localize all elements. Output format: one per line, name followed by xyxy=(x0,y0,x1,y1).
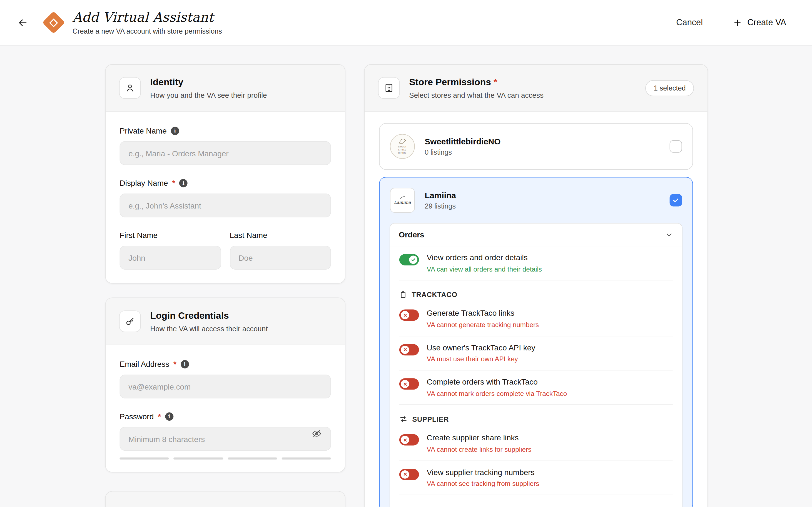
permission-label: View orders and order details xyxy=(427,253,542,263)
credentials-card: Login Credentials How the VA will access… xyxy=(105,298,345,472)
info-icon[interactable] xyxy=(171,127,179,135)
orders-section-title: Orders xyxy=(399,230,424,239)
required-asterisk: * xyxy=(494,77,497,87)
section-label: SUPPLIER xyxy=(412,415,449,423)
create-va-label: Create VA xyxy=(747,17,786,27)
email-field-group: Email Address * xyxy=(119,359,331,398)
permissions-card-header: Store Permissions * Select stores and wh… xyxy=(365,65,708,112)
display-name-input[interactable] xyxy=(119,193,331,217)
password-label: Password xyxy=(119,412,154,420)
private-name-field-group: Private Name xyxy=(119,126,331,165)
required-asterisk: * xyxy=(173,359,176,369)
first-name-label: First Name xyxy=(119,231,158,240)
section-header-supplier: SUPPLIER xyxy=(399,405,673,427)
permission-label: Generate TrackTaco links xyxy=(427,308,539,318)
permission-label: Use owner's TrackTaco API key xyxy=(427,343,536,353)
private-name-input[interactable] xyxy=(119,141,331,165)
permission-row-share-links: Create supplier share links VA cannot cr… xyxy=(399,427,673,460)
first-name-field-group: First Name xyxy=(119,231,221,270)
store-row-lamiina[interactable]: Lamiina Lamiina 29 listings xyxy=(379,177,693,507)
identity-subtitle: How you and the VA see their profile xyxy=(150,91,267,99)
toggle-off[interactable] xyxy=(399,434,419,446)
permission-description: VA must use their own API key xyxy=(427,355,536,363)
required-asterisk: * xyxy=(158,412,161,420)
store-name: SweetlittlebirdieNO xyxy=(424,137,501,146)
chevron-down-icon[interactable] xyxy=(665,230,673,239)
x-icon xyxy=(403,472,407,477)
store-logo-text: SWEET LITTLE BIRDIE xyxy=(395,146,410,155)
create-va-button[interactable]: Create VA xyxy=(730,17,789,28)
first-name-input[interactable] xyxy=(119,246,221,270)
permission-row-view-orders: View orders and order details VA can vie… xyxy=(399,246,673,280)
required-asterisk: * xyxy=(172,178,175,187)
identity-card: Identity How you and the VA see their pr… xyxy=(105,64,345,283)
permission-label: Create supplier share links xyxy=(427,434,531,443)
app-logo xyxy=(40,9,66,35)
permission-row-api-key: Use owner's TrackTaco API key VA must us… xyxy=(399,336,673,370)
toggle-off[interactable] xyxy=(399,309,419,321)
store-list: SWEET LITTLE BIRDIE SweetlittlebirdieNO … xyxy=(365,112,708,507)
permission-description: VA cannot generate tracking numbers xyxy=(427,321,539,329)
store-checkbox-checked[interactable] xyxy=(670,194,682,207)
permission-row-complete-orders: Complete orders with TrackTaco VA cannot… xyxy=(399,371,673,404)
x-icon xyxy=(403,438,407,442)
permission-description: VA cannot create links for suppliers xyxy=(427,446,531,454)
store-name: Lamiina xyxy=(424,191,456,200)
private-name-label: Private Name xyxy=(119,126,166,135)
identity-title: Identity xyxy=(150,77,267,88)
display-name-field-group: Display Name * xyxy=(119,178,331,217)
info-icon[interactable] xyxy=(165,412,173,420)
info-icon[interactable] xyxy=(179,179,188,187)
bird-icon xyxy=(398,138,407,145)
toggle-off[interactable] xyxy=(399,344,419,355)
main-content: Identity How you and the VA see their pr… xyxy=(0,46,812,507)
x-icon xyxy=(403,347,407,352)
page-subtitle: Create a new VA account with store permi… xyxy=(72,27,222,35)
toggle-off[interactable] xyxy=(399,378,419,390)
eye-off-icon xyxy=(312,429,321,438)
header-titles: Add Virtual Assistant Create a new VA ac… xyxy=(72,10,222,35)
credentials-card-header: Login Credentials How the VA will access… xyxy=(106,298,345,345)
permission-row-generate-links: Generate TrackTaco links VA cannot gener… xyxy=(399,302,673,336)
store-logo-sweetlittlebirdie: SWEET LITTLE BIRDIE xyxy=(390,134,415,159)
email-input[interactable] xyxy=(119,375,331,398)
toggle-password-visibility-button[interactable] xyxy=(310,427,323,441)
password-strength-segment xyxy=(282,457,331,459)
page-title: Add Virtual Assistant xyxy=(72,10,222,25)
diamond-logo-icon xyxy=(42,11,65,34)
transfer-arrows-icon xyxy=(399,415,408,424)
permissions-subtitle: Select stores and what the VA can access xyxy=(409,91,544,99)
credentials-card-body: Email Address * Password * xyxy=(106,345,345,472)
store-logo-text: Lamiina xyxy=(394,200,411,205)
toggle-off[interactable] xyxy=(399,469,419,480)
x-icon xyxy=(403,382,407,386)
store-permissions-card: Store Permissions * Select stores and wh… xyxy=(364,64,708,507)
store-row-sweetlittlebirdie[interactable]: SWEET LITTLE BIRDIE SweetlittlebirdieNO … xyxy=(379,123,693,170)
page: Add Virtual Assistant Create a new VA ac… xyxy=(0,0,812,507)
cancel-button[interactable]: Cancel xyxy=(673,17,706,28)
permissions-title: Store Permissions xyxy=(409,77,491,87)
credentials-subtitle: How the VA will access their account xyxy=(150,324,268,333)
store-logo-lamiina: Lamiina xyxy=(390,188,415,212)
password-input[interactable] xyxy=(119,427,331,451)
toggle-on[interactable] xyxy=(399,254,419,266)
selected-count-badge: 1 selected xyxy=(646,80,694,96)
identity-card-header: Identity How you and the VA see their pr… xyxy=(106,65,345,112)
store-listings-count: 29 listings xyxy=(424,202,456,210)
password-strength-meter xyxy=(119,457,331,459)
email-label: Email Address xyxy=(119,359,169,369)
arrow-left-icon xyxy=(17,17,28,28)
check-icon xyxy=(411,257,416,262)
password-strength-segment xyxy=(119,457,169,459)
last-name-label: Last Name xyxy=(230,231,267,240)
last-name-input[interactable] xyxy=(230,246,331,270)
section-label: TRACKTACO xyxy=(412,291,457,299)
info-icon[interactable] xyxy=(181,360,189,368)
orders-accordion-header[interactable]: Orders xyxy=(390,224,682,246)
store-checkbox-unchecked[interactable] xyxy=(670,140,682,153)
x-icon xyxy=(403,313,407,318)
permissions-panel: Orders xyxy=(389,223,682,507)
next-card-partial xyxy=(105,491,345,507)
back-button[interactable] xyxy=(14,14,31,31)
header: Add Virtual Assistant Create a new VA ac… xyxy=(0,0,812,46)
